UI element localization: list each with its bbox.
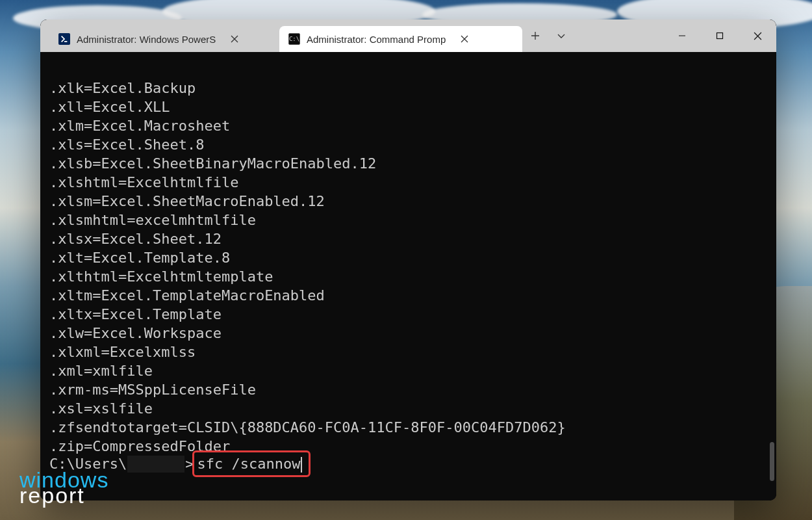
terminal-output-line: .xlsmhtml=excelmhtmlfile bbox=[49, 212, 256, 228]
window-controls bbox=[663, 20, 776, 52]
terminal-output-line: .xlm=Excel.Macrosheet bbox=[49, 118, 230, 134]
maximize-button[interactable] bbox=[701, 20, 739, 52]
tab-strip: Administrator: Windows PowerS C:\ Admini… bbox=[40, 20, 522, 52]
terminal-output-line: .xlthtml=Excelhtmltemplate bbox=[49, 268, 273, 285]
titlebar[interactable]: Administrator: Windows PowerS C:\ Admini… bbox=[40, 20, 776, 52]
terminal-output-line: .xlsx=Excel.Sheet.12 bbox=[49, 231, 222, 247]
terminal-body[interactable]: .xlk=Excel.Backup .xll=Excel.XLL .xlm=Ex… bbox=[40, 52, 776, 500]
plus-icon bbox=[531, 31, 540, 40]
cmd-icon: C:\ bbox=[288, 33, 300, 45]
terminal-output-line: .xll=Excel.XLL bbox=[49, 99, 170, 115]
terminal-output-line: .xltm=Excel.TemplateMacroEnabled bbox=[49, 287, 325, 304]
command-highlight-box: sfc /scannow bbox=[192, 450, 311, 477]
minimize-icon bbox=[678, 32, 686, 40]
terminal-output-line: .zfsendtotarget=CLSID\{888DCA60-FC0A-11C… bbox=[49, 419, 566, 436]
typed-command: sfc /scannow bbox=[197, 456, 300, 472]
tab-close-button[interactable] bbox=[226, 31, 243, 47]
tab-powershell[interactable]: Administrator: Windows PowerS bbox=[49, 26, 279, 52]
maximize-icon bbox=[716, 32, 724, 40]
terminal-output-line: .xlt=Excel.Template.8 bbox=[49, 250, 230, 266]
svg-rect-8 bbox=[717, 33, 723, 39]
tab-label: Administrator: Command Promp bbox=[307, 34, 446, 45]
watermark: windows report bbox=[19, 470, 108, 506]
chevron-down-icon bbox=[557, 31, 566, 40]
terminal-output-line: .xls=Excel.Sheet.8 bbox=[49, 136, 204, 153]
minimize-button[interactable] bbox=[663, 20, 701, 52]
terminal-output-line: .xltx=Excel.Template bbox=[49, 306, 222, 322]
terminal-output-line: .xlw=Excel.Workspace bbox=[49, 325, 222, 341]
terminal-output-line: .xlxml=Excelxmlss bbox=[49, 344, 196, 360]
redacted-username bbox=[127, 456, 184, 473]
powershell-icon bbox=[58, 33, 70, 45]
tab-close-button[interactable] bbox=[456, 31, 473, 47]
tab-dropdown-button[interactable] bbox=[548, 23, 574, 49]
window-close-button[interactable] bbox=[739, 20, 776, 52]
tab-cmd[interactable]: C:\ Administrator: Command Promp bbox=[279, 26, 522, 52]
terminal-output-line: .xml=xmlfile bbox=[49, 363, 153, 379]
terminal-output-line: .xlsm=Excel.SheetMacroEnabled.12 bbox=[49, 193, 325, 209]
terminal-output-line: .xrm-ms=MSSppLicenseFile bbox=[49, 382, 256, 398]
new-tab-button[interactable] bbox=[522, 23, 548, 49]
terminal-output-line: .xsl=xslfile bbox=[49, 400, 153, 417]
desktop-background: Administrator: Windows PowerS C:\ Admini… bbox=[0, 0, 812, 520]
close-icon bbox=[754, 32, 762, 40]
terminal-output-line: .xlshtml=Excelhtmlfile bbox=[49, 174, 238, 190]
tab-actions bbox=[522, 20, 574, 52]
terminal-output-line: .xlk=Excel.Backup bbox=[49, 80, 196, 96]
text-cursor bbox=[301, 457, 302, 473]
scrollbar-thumb[interactable] bbox=[770, 442, 774, 481]
close-icon bbox=[231, 35, 238, 43]
tab-label: Administrator: Windows PowerS bbox=[77, 34, 216, 45]
terminal-output-line: .xlsb=Excel.SheetBinaryMacroEnabled.12 bbox=[49, 155, 376, 172]
close-icon bbox=[461, 35, 468, 43]
terminal-window: Administrator: Windows PowerS C:\ Admini… bbox=[40, 20, 776, 500]
